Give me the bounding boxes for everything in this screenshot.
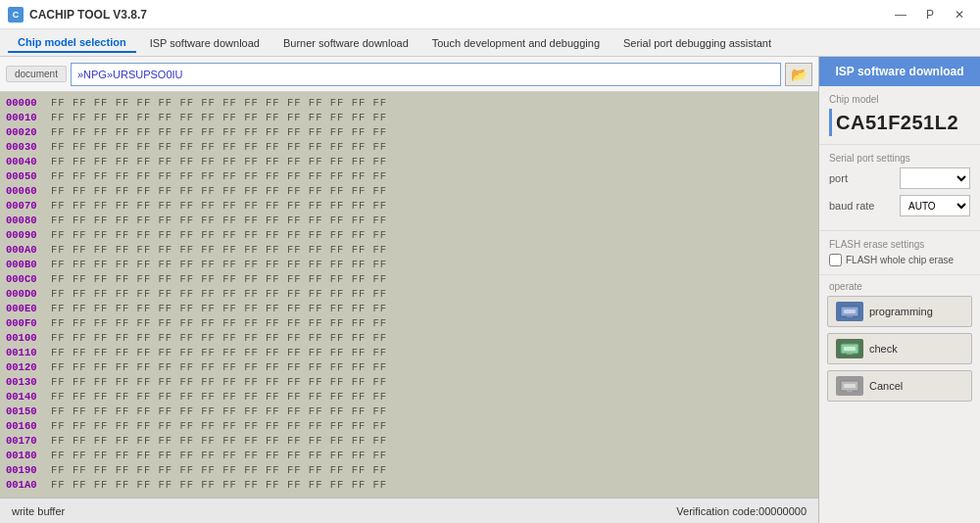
restore-button[interactable]: P: [917, 5, 943, 24]
hex-address: 000E0: [6, 302, 47, 316]
minimize-button[interactable]: —: [888, 5, 913, 24]
programming-button[interactable]: programming: [827, 296, 972, 327]
hex-row: 00120FF FF FF FF FF FF FF FF FF FF FF FF…: [6, 360, 812, 375]
main-area: document 📂 00000FF FF FF FF FF FF FF FF …: [0, 57, 980, 523]
hex-address: 00130: [6, 375, 47, 390]
hex-bytes: FF FF FF FF FF FF FF FF FF FF FF FF FF F…: [51, 140, 387, 155]
flash-whole-chip-checkbox[interactable]: [829, 254, 842, 266]
hex-address: 000D0: [6, 287, 47, 302]
file-path-input[interactable]: [71, 63, 781, 86]
operate-label: operate: [819, 275, 980, 296]
hex-row: 00190FF FF FF FF FF FF FF FF FF FF FF FF…: [6, 463, 812, 478]
hex-address: 00090: [6, 228, 47, 243]
hex-address: 00030: [6, 140, 47, 155]
hex-bytes: FF FF FF FF FF FF FF FF FF FF FF FF FF F…: [51, 287, 387, 302]
hex-row: 00150FF FF FF FF FF FF FF FF FF FF FF FF…: [6, 404, 812, 419]
hex-row: 00080FF FF FF FF FF FF FF FF FF FF FF FF…: [6, 214, 812, 228]
hex-address: 00190: [6, 463, 47, 478]
isp-header: ISP software download: [819, 57, 980, 86]
svg-rect-7: [844, 384, 856, 388]
chip-model-label: Chip model: [829, 94, 970, 105]
title-bar-left: C CACHIP TOOL V3.8.7: [8, 7, 147, 23]
hex-address: 00080: [6, 214, 47, 228]
port-row: port: [829, 167, 970, 189]
hex-address: 00010: [6, 111, 47, 125]
nav-tabs: Chip model selection ISP software downlo…: [0, 29, 980, 57]
baud-rate-row: baud rate AUTO: [829, 195, 970, 216]
hex-address: 00110: [6, 346, 47, 360]
tab-chip-model-selection[interactable]: Chip model selection: [8, 33, 136, 53]
title-controls: — P ✕: [888, 5, 972, 24]
hex-address: 00180: [6, 449, 47, 463]
hex-row: 00140FF FF FF FF FF FF FF FF FF FF FF FF…: [6, 390, 812, 404]
tab-touch-development[interactable]: Touch development and debugging: [422, 34, 610, 52]
browse-button[interactable]: 📂: [785, 63, 812, 86]
app-icon: C: [8, 7, 24, 23]
hex-bytes: FF FF FF FF FF FF FF FF FF FF FF FF FF F…: [51, 111, 387, 125]
hex-row: 00100FF FF FF FF FF FF FF FF FF FF FF FF…: [6, 331, 812, 346]
programming-icon: [836, 302, 863, 321]
cancel-label: Cancel: [869, 380, 903, 392]
hex-address: 00100: [6, 331, 47, 346]
hex-address: 00160: [6, 419, 47, 434]
hex-address: 001A0: [6, 478, 47, 493]
hex-address: 00000: [6, 96, 47, 111]
baud-rate-label: baud rate: [829, 200, 874, 212]
tab-serial-port-debugging[interactable]: Serial port debugging assistant: [613, 34, 781, 52]
right-panel: ISP software download Chip model CA51F25…: [818, 57, 980, 523]
hex-address: 00070: [6, 199, 47, 214]
hex-address: 00060: [6, 184, 47, 199]
svg-rect-2: [847, 315, 853, 317]
hex-bytes: FF FF FF FF FF FF FF FF FF FF FF FF FF F…: [51, 96, 387, 111]
check-label: check: [869, 343, 898, 355]
hex-row: 00130FF FF FF FF FF FF FF FF FF FF FF FF…: [6, 375, 812, 390]
hex-bytes: FF FF FF FF FF FF FF FF FF FF FF FF FF F…: [51, 434, 387, 449]
port-select[interactable]: [900, 167, 970, 189]
left-panel: document 📂 00000FF FF FF FF FF FF FF FF …: [0, 57, 818, 523]
hex-bytes: FF FF FF FF FF FF FF FF FF FF FF FF FF F…: [51, 478, 387, 493]
hex-address: 000B0: [6, 258, 47, 272]
hex-bytes: FF FF FF FF FF FF FF FF FF FF FF FF FF F…: [51, 449, 387, 463]
hex-row: 001A0FF FF FF FF FF FF FF FF FF FF FF FF…: [6, 478, 812, 493]
hex-row: 00110FF FF FF FF FF FF FF FF FF FF FF FF…: [6, 346, 812, 360]
baud-rate-select[interactable]: AUTO: [900, 195, 970, 216]
programming-label: programming: [869, 306, 933, 317]
hex-row: 000C0FF FF FF FF FF FF FF FF FF FF FF FF…: [6, 272, 812, 287]
app-title: CACHIP TOOL V3.8.7: [29, 8, 147, 22]
folder-icon: 📂: [791, 67, 808, 82]
close-button[interactable]: ✕: [947, 5, 972, 24]
hex-address: 00050: [6, 169, 47, 184]
hex-bytes: FF FF FF FF FF FF FF FF FF FF FF FF FF F…: [51, 169, 387, 184]
check-button[interactable]: check: [827, 333, 972, 364]
hex-row: 00000FF FF FF FF FF FF FF FF FF FF FF FF…: [6, 96, 812, 111]
hex-bytes: FF FF FF FF FF FF FF FF FF FF FF FF FF F…: [51, 346, 387, 360]
cancel-button[interactable]: Cancel: [827, 370, 972, 402]
hex-bytes: FF FF FF FF FF FF FF FF FF FF FF FF FF F…: [51, 419, 387, 434]
serial-port-section: Serial port settings port baud rate AUTO: [819, 145, 980, 231]
hex-bytes: FF FF FF FF FF FF FF FF FF FF FF FF FF F…: [51, 316, 387, 331]
hex-bytes: FF FF FF FF FF FF FF FF FF FF FF FF FF F…: [51, 214, 387, 228]
hex-viewer[interactable]: 00000FF FF FF FF FF FF FF FF FF FF FF FF…: [0, 92, 818, 498]
document-tab[interactable]: document: [6, 66, 67, 82]
chip-divider: [829, 109, 832, 136]
svg-rect-5: [847, 353, 853, 355]
hex-bytes: FF FF FF FF FF FF FF FF FF FF FF FF FF F…: [51, 302, 387, 316]
hex-row: 00040FF FF FF FF FF FF FF FF FF FF FF FF…: [6, 155, 812, 169]
write-buffer-label: write buffer: [12, 505, 65, 517]
hex-bytes: FF FF FF FF FF FF FF FF FF FF FF FF FF F…: [51, 243, 387, 258]
hex-bytes: FF FF FF FF FF FF FF FF FF FF FF FF FF F…: [51, 272, 387, 287]
tab-burner-software-download[interactable]: Burner software download: [273, 34, 418, 52]
hex-row: 000E0FF FF FF FF FF FF FF FF FF FF FF FF…: [6, 302, 812, 316]
flash-whole-chip-row[interactable]: FLASH whole chip erase: [829, 254, 970, 266]
chip-model-name: CA51F251L2: [836, 112, 958, 134]
hex-address: 00170: [6, 434, 47, 449]
hex-bytes: FF FF FF FF FF FF FF FF FF FF FF FF FF F…: [51, 404, 387, 419]
hex-address: 00150: [6, 404, 47, 419]
flash-whole-chip-label: FLASH whole chip erase: [846, 255, 954, 265]
verification-code: Verification code:00000000: [676, 505, 807, 517]
check-icon: [836, 339, 863, 358]
tab-isp-software-download[interactable]: ISP software download: [140, 34, 270, 52]
hex-bytes: FF FF FF FF FF FF FF FF FF FF FF FF FF F…: [51, 375, 387, 390]
hex-bytes: FF FF FF FF FF FF FF FF FF FF FF FF FF F…: [51, 228, 387, 243]
svg-rect-8: [847, 390, 853, 392]
